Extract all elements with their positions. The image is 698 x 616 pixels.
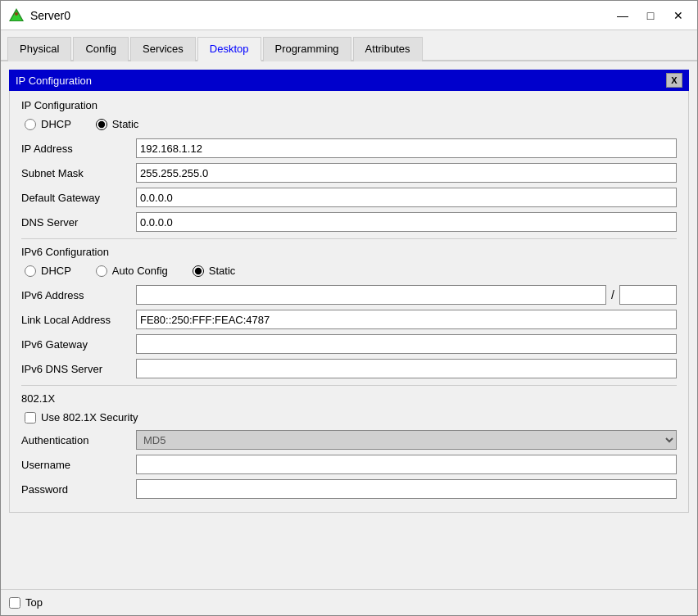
title-controls: — □ ✕ — [610, 6, 691, 25]
dns-server-label: DNS Server — [21, 216, 136, 229]
divider-1 — [21, 238, 677, 239]
tab-physical[interactable]: Physical — [7, 37, 71, 61]
use-security-row: Use 802.1X Security — [21, 411, 677, 424]
title-bar-left: Server0 — [7, 7, 70, 25]
static-radio[interactable] — [96, 119, 107, 130]
ipv6-static-radio-label[interactable]: Static — [193, 265, 236, 277]
svg-point-2 — [15, 12, 18, 16]
ip-config-section-title: IP Configuration — [21, 99, 677, 111]
dhcp-radio-label[interactable]: DHCP — [25, 118, 71, 130]
password-label: Password — [21, 483, 136, 496]
subnet-mask-input[interactable] — [136, 163, 677, 183]
ipv6-address-row-inputs: / — [136, 285, 677, 305]
ipv6-static-radio[interactable] — [193, 265, 204, 277]
ipv6-autoconfig-radio-label[interactable]: Auto Config — [96, 265, 168, 277]
divider-2 — [21, 385, 677, 386]
ipv6-dhcp-radio[interactable] — [25, 265, 36, 277]
window-title: Server0 — [30, 9, 70, 22]
use-security-checkbox[interactable] — [25, 412, 36, 424]
ip-config-close-button[interactable]: X — [666, 73, 682, 88]
username-row: Username — [21, 455, 677, 474]
title-bar: Server0 — □ ✕ — [1, 1, 697, 30]
ip-address-label: IP Address — [21, 143, 136, 155]
tab-bar: Physical Config Services Desktop Program… — [1, 30, 697, 61]
ipv6-static-label: Static — [209, 265, 236, 277]
ipv6-address-label: IPv6 Address — [21, 289, 136, 301]
ipv6-prefix-input[interactable] — [619, 285, 677, 305]
main-window: Server0 — □ ✕ Physical Config Services D… — [0, 0, 698, 616]
ipv6-mode-radio-row: DHCP Auto Config Static — [21, 265, 677, 277]
dns-server-input[interactable] — [136, 212, 677, 232]
ipv6-dns-input[interactable] — [136, 359, 677, 378]
ipv6-dns-row: IPv6 DNS Server — [21, 359, 677, 378]
tab-config[interactable]: Config — [73, 37, 129, 61]
ipv6-section-title: IPv6 Configuration — [21, 246, 677, 258]
dot1x-section-title: 802.1X — [21, 392, 677, 405]
ipv6-dhcp-radio-label[interactable]: DHCP — [25, 265, 71, 277]
tab-attributes[interactable]: Attributes — [353, 37, 423, 61]
default-gateway-row: Default Gateway — [21, 188, 677, 207]
password-input[interactable] — [136, 479, 677, 499]
ipv6-dns-label: IPv6 DNS Server — [21, 363, 136, 375]
default-gateway-label: Default Gateway — [21, 192, 136, 204]
static-radio-label[interactable]: Static — [96, 118, 139, 130]
ipv6-address-input[interactable] — [136, 285, 606, 305]
tab-programming[interactable]: Programming — [263, 37, 351, 61]
subnet-mask-label: Subnet Mask — [21, 167, 136, 179]
link-local-label: Link Local Address — [21, 314, 136, 326]
ip-config-header-label: IP Configuration — [16, 75, 92, 87]
password-row: Password — [21, 479, 677, 499]
minimize-button[interactable]: — — [610, 6, 635, 25]
use-security-label: Use 802.1X Security — [41, 411, 138, 424]
link-local-input[interactable] — [136, 310, 677, 329]
auth-label: Authentication — [21, 434, 136, 446]
ip-mode-radio-row: DHCP Static — [21, 118, 677, 130]
tab-services[interactable]: Services — [130, 37, 196, 61]
content-area: IP Configuration X IP Configuration DHCP… — [1, 61, 697, 589]
ipv6-autoconfig-label: Auto Config — [112, 265, 168, 277]
ip-address-row: IP Address — [21, 138, 677, 158]
static-radio-text: Static — [112, 118, 139, 130]
dhcp-radio-text: DHCP — [41, 118, 71, 130]
link-local-row: Link Local Address — [21, 310, 677, 329]
ipv6-gateway-label: IPv6 Gateway — [21, 338, 136, 351]
username-input[interactable] — [136, 455, 677, 474]
dhcp-radio[interactable] — [25, 119, 36, 130]
dns-server-row: DNS Server — [21, 212, 677, 232]
ip-address-input[interactable] — [136, 138, 677, 158]
top-label: Top — [25, 596, 43, 609]
maximize-button[interactable]: □ — [638, 6, 663, 25]
default-gateway-input[interactable] — [136, 188, 677, 207]
close-button[interactable]: ✕ — [666, 6, 691, 25]
ipv6-dhcp-label: DHCP — [41, 265, 71, 277]
top-checkbox[interactable] — [9, 597, 20, 609]
auth-row: Authentication MD5 CHAP PAP — [21, 430, 677, 450]
username-label: Username — [21, 459, 136, 471]
ipv6-slash: / — [611, 288, 614, 301]
auth-select[interactable]: MD5 CHAP PAP — [136, 430, 677, 450]
ipv6-gateway-row: IPv6 Gateway — [21, 334, 677, 354]
ipv6-address-row: IPv6 Address / — [21, 285, 677, 305]
subnet-mask-row: Subnet Mask — [21, 163, 677, 183]
app-icon — [7, 7, 25, 25]
ipv6-gateway-input[interactable] — [136, 334, 677, 354]
ipv6-autoconfig-radio[interactable] — [96, 265, 107, 277]
tab-desktop[interactable]: Desktop — [197, 37, 261, 61]
ip-config-header: IP Configuration X — [9, 70, 689, 91]
top-checkbox-label[interactable]: Top — [9, 596, 43, 609]
config-panel: IP Configuration DHCP Static IP Address — [9, 91, 689, 513]
bottom-bar: Top — [1, 589, 697, 615]
